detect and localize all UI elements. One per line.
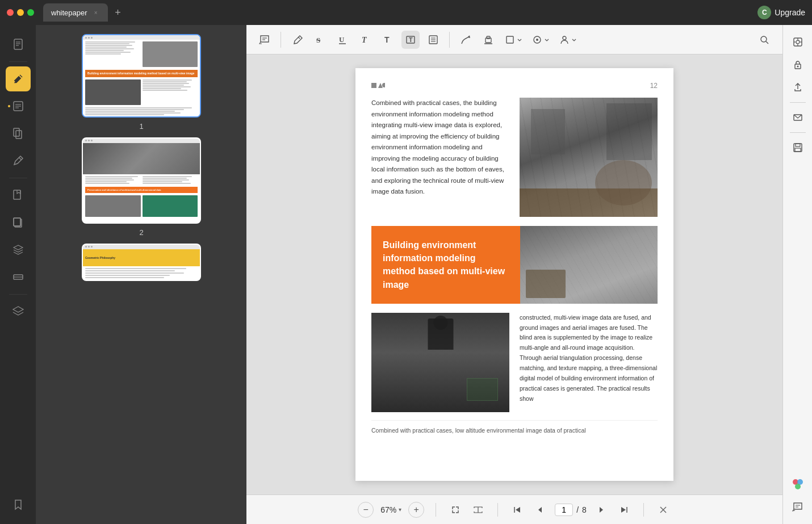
sidebar-icon-notes[interactable] — [6, 94, 31, 119]
tab-whitepaper[interactable]: whitepaper × — [43, 3, 108, 22]
svg-point-36 — [563, 36, 566, 40]
page-text-right: constructed, multi-view image data are f… — [520, 313, 658, 412]
sidebar-icon-copy[interactable] — [6, 210, 31, 235]
zoom-display[interactable]: 67% ▾ — [380, 505, 401, 514]
sidebar-icon-layers[interactable] — [6, 237, 31, 262]
svg-rect-0 — [14, 39, 22, 49]
rs-email-button[interactable] — [788, 107, 808, 128]
thumbnail-item-3[interactable]: Geometric Philosophy — [45, 244, 237, 281]
svg-rect-13 — [14, 218, 20, 226]
sidebar-icon-doc2[interactable] — [6, 183, 31, 208]
textbox-tool-button[interactable]: T — [401, 31, 420, 49]
bottom-divider-3 — [643, 503, 644, 517]
svg-point-47 — [796, 40, 800, 44]
strikethrough-tool-button[interactable]: S — [311, 31, 329, 49]
svg-point-35 — [536, 39, 538, 41]
list-tool-button[interactable] — [424, 31, 442, 49]
svg-text:U: U — [339, 35, 345, 44]
rs-colorful-button[interactable] — [788, 474, 808, 494]
person-tool-button[interactable] — [556, 34, 579, 45]
rs-properties-button[interactable] — [788, 32, 808, 52]
sidebar-divider-1 — [9, 61, 27, 62]
underline-tool-button[interactable]: U — [333, 31, 351, 49]
svg-point-41 — [382, 83, 385, 87]
page-header-icons — [371, 82, 385, 89]
text-tool-button[interactable]: T — [356, 31, 374, 49]
svg-rect-57 — [795, 148, 801, 152]
bottom-bar: − 67% ▾ + — [246, 494, 782, 524]
orange-banner: Building environment information modelin… — [371, 226, 520, 304]
sidebar-icon-redact[interactable] — [6, 265, 31, 290]
svg-line-10 — [19, 157, 22, 160]
nav-last-page-button[interactable] — [616, 502, 632, 518]
draw-tool-button[interactable] — [457, 31, 475, 49]
comment-tool-button[interactable] — [256, 31, 274, 49]
thumbnail-card-1[interactable]: Building environment information modelin… — [82, 34, 201, 118]
bottom-close-button[interactable] — [655, 502, 671, 518]
thumbnail-page-num-1: 1 — [139, 122, 143, 131]
nav-first-page-button[interactable] — [509, 502, 525, 518]
sidebar-icon-pages[interactable] — [6, 121, 31, 146]
tab-close-button[interactable]: × — [92, 9, 100, 16]
page-number: 12 — [650, 82, 658, 90]
text2-tool-button[interactable]: T — [379, 31, 397, 49]
page-input[interactable] — [555, 504, 573, 516]
new-tab-button[interactable]: + — [110, 5, 126, 20]
thumbnail-card-3[interactable]: Geometric Philosophy — [82, 244, 201, 281]
shape-tool-button[interactable] — [502, 34, 525, 45]
search-tool-button[interactable] — [755, 31, 773, 49]
thumbnail-card-2[interactable]: Preservation and inheritance of architec… — [82, 137, 201, 224]
right-sidebar — [782, 25, 812, 524]
upgrade-label: Upgrade — [775, 8, 805, 17]
sidebar-icon-edit[interactable] — [6, 148, 31, 173]
rs-security-button[interactable] — [788, 55, 808, 75]
thumb-page-3-banner: Geometric Philosophy — [83, 249, 200, 266]
sidebar-icon-bookmark[interactable] — [6, 492, 31, 517]
paint-tool-button[interactable] — [529, 34, 552, 45]
rs-export-button[interactable] — [788, 77, 808, 98]
zoom-in-button[interactable]: + — [408, 502, 424, 518]
nav-prev-page-button[interactable] — [532, 502, 548, 518]
titlebar: whitepaper × + C Upgrade — [0, 0, 812, 25]
zoom-out-button[interactable]: − — [358, 502, 374, 518]
sidebar-icon-highlight[interactable] — [6, 66, 31, 91]
minimize-window-button[interactable] — [17, 9, 24, 16]
close-window-button[interactable] — [7, 9, 14, 16]
document-area[interactable]: 12 Combined with practical cases, the bu… — [246, 55, 782, 494]
pen-tool-button[interactable] — [288, 31, 306, 49]
thumb-page-3-content: Geometric Philosophy — [83, 245, 200, 280]
left-sidebar — [0, 25, 36, 524]
svg-point-37 — [761, 36, 767, 42]
rs-divider-2 — [790, 132, 806, 133]
svg-point-53 — [797, 66, 798, 68]
stamp-tool-button[interactable] — [479, 31, 497, 49]
bottom-divider-2 — [497, 503, 498, 517]
svg-text:T: T — [409, 36, 413, 43]
rs-save-button[interactable] — [788, 137, 808, 158]
svg-rect-9 — [16, 131, 22, 139]
thumb-page-2-content: Preservation and inheritance of architec… — [83, 139, 200, 223]
sidebar-icon-document[interactable] — [6, 32, 31, 57]
svg-text:T: T — [384, 35, 390, 44]
zoom-level: 67% — [380, 505, 396, 514]
sidebar-divider-2 — [9, 178, 27, 178]
thumbnails-panel[interactable]: Building environment information modelin… — [36, 25, 246, 524]
page-main-text: Combined with practical cases, the build… — [371, 98, 509, 198]
nav-fit-width-button[interactable] — [470, 502, 486, 518]
nav-fit-page-button[interactable] — [447, 502, 463, 518]
svg-point-60 — [795, 484, 801, 489]
rs-chat-button[interactable] — [788, 497, 808, 517]
sidebar-divider-3 — [9, 294, 27, 295]
maximize-window-button[interactable] — [27, 9, 34, 16]
thumbnail-item-2[interactable]: Preservation and inheritance of architec… — [45, 137, 237, 237]
person-image — [371, 313, 509, 412]
upgrade-button[interactable]: C Upgrade — [757, 6, 805, 19]
sidebar-icon-stack[interactable] — [6, 299, 31, 324]
svg-marker-40 — [378, 83, 383, 88]
svg-rect-8 — [14, 128, 19, 136]
nav-next-page-button[interactable] — [593, 502, 609, 518]
thumbnail-item-1[interactable]: Building environment information modelin… — [45, 34, 237, 131]
page-navigation: / 8 — [555, 504, 587, 516]
svg-text:S: S — [316, 36, 320, 44]
svg-rect-33 — [507, 36, 513, 43]
